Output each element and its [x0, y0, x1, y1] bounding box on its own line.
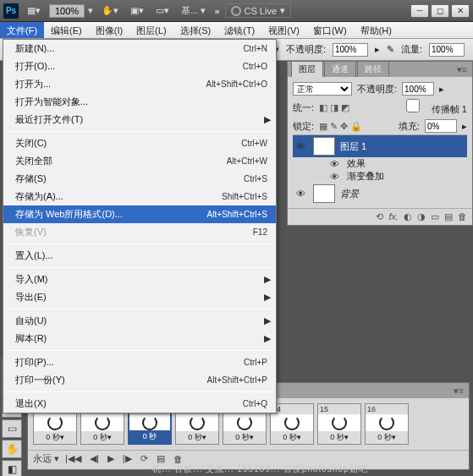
eye-icon[interactable]: 👁	[296, 189, 308, 199]
frame-thumb	[81, 414, 124, 431]
menu-item[interactable]: 导入(M)▶	[3, 271, 276, 288]
menu-3[interactable]: 图层(L)	[129, 22, 173, 38]
swatch-tool-icon[interactable]: ◧	[2, 460, 22, 476]
chevron-down-icon[interactable]: ▸	[375, 44, 380, 55]
menu-item[interactable]: 打印(P)...Ctrl+P	[3, 353, 276, 371]
menu-item[interactable]: 自动(U)▶	[3, 312, 276, 330]
adjustment-icon[interactable]: ◑	[417, 211, 426, 222]
prev-frame-button[interactable]: ◀|	[87, 453, 102, 464]
maximize-button[interactable]: ◻	[431, 4, 449, 18]
menu-item[interactable]: 打印一份(Y)Alt+Shift+Ctrl+P	[3, 371, 276, 389]
unify-icons[interactable]: ◧ ◨ ◩	[319, 102, 349, 113]
view-icon[interactable]: ▣▾	[127, 3, 147, 18]
frame-number: 16	[366, 404, 408, 414]
folder-icon[interactable]: ▭	[431, 211, 439, 222]
frame-duration[interactable]: 0 秒▾	[271, 431, 313, 444]
layer-thumb	[313, 137, 335, 156]
file-menu-dropdown: 新建(N)...Ctrl+N打开(O)...Ctrl+O打开为...Alt+Sh…	[3, 39, 277, 413]
menu-8[interactable]: 帮助(H)	[354, 22, 399, 38]
menu-2[interactable]: 图像(I)	[89, 22, 129, 38]
layer-effect[interactable]: 渐变叠加	[347, 170, 384, 183]
frame-number: 15	[318, 404, 360, 414]
menu-item[interactable]: 置入(L)...	[3, 247, 276, 265]
frame-duration[interactable]: 0 秒▾	[223, 431, 266, 444]
workspace-switcher[interactable]: 基... ▾	[178, 4, 209, 17]
menu-0[interactable]: 文件(F)	[0, 22, 44, 38]
tab[interactable]: 图层	[291, 61, 323, 77]
propagate-checkbox[interactable]	[397, 99, 429, 112]
menu-1[interactable]: 编辑(E)	[44, 22, 89, 38]
tab[interactable]: 通道	[324, 61, 356, 77]
blend-mode-select[interactable]: 正常	[293, 82, 352, 96]
frame-thumb	[176, 414, 218, 431]
menu-item[interactable]: 导出(E)▶	[3, 288, 276, 306]
overflow-icon[interactable]: »	[214, 6, 219, 16]
layer-opacity-input[interactable]	[402, 82, 434, 96]
fill-input[interactable]	[425, 119, 457, 133]
eye-icon[interactable]: 👁	[296, 141, 308, 151]
screen-icon[interactable]: ▭▾	[152, 3, 173, 18]
trash-icon[interactable]: 🗑	[458, 211, 467, 222]
panel-menu-icon[interactable]: ▾≡	[448, 384, 469, 398]
first-frame-button[interactable]: |◀◀	[63, 453, 84, 464]
propagate-label: 传播帧 1	[432, 104, 467, 114]
delete-frame-button[interactable]: 🗑	[171, 454, 185, 464]
hand-tool-icon[interactable]: ✋	[2, 440, 22, 458]
animation-frame[interactable]: 150 秒▾	[317, 403, 361, 445]
menu-4[interactable]: 选择(S)	[173, 22, 218, 38]
fx-icon[interactable]: fx.	[388, 211, 399, 222]
mask-icon[interactable]: ◐	[404, 211, 412, 222]
frame-duration[interactable]: 0 秒▾	[318, 431, 360, 444]
brush-dynamics-icon[interactable]: ✎	[387, 44, 394, 55]
frame-duration[interactable]: 0 秒	[129, 430, 170, 443]
menu-7[interactable]: 窗口(W)	[306, 22, 354, 38]
frame-duration[interactable]: 0 秒▾	[176, 431, 218, 444]
frame-duration[interactable]: 0 秒▾	[34, 431, 76, 444]
next-frame-button[interactable]: |▶	[120, 453, 135, 464]
menu-item[interactable]: 关闭(C)Ctrl+W	[3, 134, 276, 152]
frame-thumb	[129, 415, 170, 430]
tab[interactable]: 路径	[357, 61, 389, 77]
cslive-button[interactable]: CS Live▾	[225, 3, 292, 18]
menu-item[interactable]: 新建(N)...Ctrl+N	[3, 40, 276, 57]
title-bar: Ps ▦▾ 100%▾ ✋▾ ▣▾ ▭▾ 基... ▾ » CS Live▾ ─…	[0, 0, 473, 22]
opacity-input[interactable]	[333, 43, 368, 57]
loop-select[interactable]: 永远 ▾	[33, 452, 59, 465]
eye-icon[interactable]: 👁	[330, 172, 342, 182]
bridge-icon[interactable]: ▦▾	[24, 3, 44, 18]
menu-item[interactable]: 打开(O)...Ctrl+O	[3, 57, 276, 75]
eye-icon[interactable]: 👁	[330, 159, 342, 169]
frame-number: 14	[271, 404, 313, 414]
layer-effect[interactable]: 效果	[347, 157, 366, 170]
play-button[interactable]: ▶	[105, 453, 117, 464]
menu-item[interactable]: 打开为...Alt+Shift+Ctrl+O	[3, 75, 276, 93]
panel-menu-icon[interactable]: ▾≡	[452, 63, 472, 77]
menu-6[interactable]: 视图(V)	[261, 22, 306, 38]
tween-button[interactable]: ⟳	[138, 453, 151, 464]
lock-icons[interactable]: ▦ ✎ ✥ 🔒	[319, 121, 362, 132]
app-logo: Ps	[3, 3, 19, 19]
layer-row[interactable]: 👁图层 1	[293, 135, 467, 157]
menu-item[interactable]: 存储(S)Ctrl+S	[3, 170, 276, 188]
menu-item[interactable]: 脚本(R)▶	[3, 330, 276, 347]
menu-item[interactable]: 最近打开文件(T)▶	[3, 111, 276, 129]
link-icon[interactable]: ⟲	[376, 211, 383, 222]
minimize-button[interactable]: ─	[410, 4, 429, 18]
close-button[interactable]: ✕	[451, 4, 470, 18]
zoom-level[interactable]: 100%	[49, 4, 85, 18]
frame-duration[interactable]: 0 秒▾	[366, 431, 408, 444]
hand-icon[interactable]: ✋▾	[98, 3, 122, 18]
menu-item[interactable]: 存储为 Web所用格式(D)...Alt+Shift+Ctrl+S	[3, 205, 276, 223]
new-layer-icon[interactable]: ▤	[444, 211, 453, 222]
layer-row[interactable]: 👁背景	[293, 183, 467, 205]
menu-item[interactable]: 打开为智能对象...	[3, 93, 276, 111]
menu-5[interactable]: 滤镜(T)	[217, 22, 261, 38]
fill-label: 填充:	[399, 120, 420, 133]
shape-tool-icon[interactable]: ▭	[2, 419, 22, 438]
flow-input[interactable]	[429, 43, 465, 57]
menu-item[interactable]: 关闭全部Alt+Ctrl+W	[3, 152, 276, 170]
menu-item[interactable]: 退出(X)Ctrl+Q	[3, 395, 276, 413]
frame-duration[interactable]: 0 秒▾	[81, 431, 124, 444]
menu-item[interactable]: 存储为(A)...Shift+Ctrl+S	[3, 188, 276, 205]
animation-frame[interactable]: 160 秒▾	[365, 403, 409, 445]
